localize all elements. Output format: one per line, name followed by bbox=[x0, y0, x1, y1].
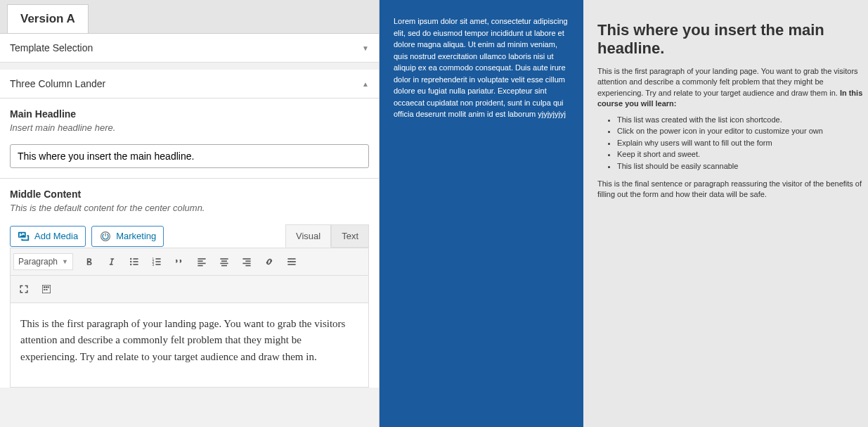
svg-rect-31 bbox=[48, 286, 49, 288]
power-icon bbox=[99, 230, 112, 243]
preview-list: This list was created with the list icon… bbox=[617, 114, 868, 172]
svg-rect-10 bbox=[155, 258, 160, 260]
editor-toolbar-row2 bbox=[10, 276, 369, 303]
list-item: Explain why users will want to fill out … bbox=[617, 137, 868, 149]
svg-text:3: 3 bbox=[153, 263, 155, 267]
preview-paragraph-2: This is the final sentence or paragraph … bbox=[597, 179, 868, 200]
svg-rect-12 bbox=[155, 264, 160, 265]
svg-rect-25 bbox=[287, 258, 295, 260]
italic-button[interactable] bbox=[101, 251, 122, 272]
svg-point-1 bbox=[130, 258, 131, 260]
svg-rect-14 bbox=[197, 260, 202, 262]
paragraph-select[interactable]: Paragraph ▼ bbox=[13, 253, 73, 270]
middle-content-section: Middle Content This is the default conte… bbox=[0, 179, 379, 388]
text-tab[interactable]: Text bbox=[331, 224, 369, 248]
editor-textarea[interactable]: This is the first paragraph of your land… bbox=[10, 303, 369, 388]
three-column-accordion[interactable]: Three Column Lander ▲ bbox=[0, 70, 379, 98]
svg-rect-17 bbox=[220, 258, 228, 260]
svg-rect-23 bbox=[242, 263, 250, 265]
preview-panel: Lorem ipsum dolor sit amet, consectetur … bbox=[380, 0, 868, 427]
editor-toolbar: Paragraph ▼ 123 bbox=[10, 248, 369, 276]
svg-rect-4 bbox=[133, 258, 138, 260]
caret-down-icon: ▼ bbox=[62, 258, 68, 265]
svg-rect-16 bbox=[197, 265, 202, 267]
toolbar-toggle-button[interactable] bbox=[36, 279, 57, 300]
preview-paragraph-1: This is the first paragraph of your land… bbox=[597, 66, 868, 110]
media-icon bbox=[18, 230, 30, 243]
svg-rect-20 bbox=[221, 265, 227, 267]
headline-section: Main Headline Insert main headline here. bbox=[0, 98, 379, 179]
headline-input[interactable] bbox=[10, 144, 369, 168]
caret-down-icon: ▼ bbox=[362, 44, 369, 52]
svg-rect-32 bbox=[44, 289, 45, 291]
svg-rect-30 bbox=[46, 286, 47, 288]
svg-rect-19 bbox=[220, 263, 228, 265]
list-item: This list should be easily scannable bbox=[617, 160, 868, 172]
list-item: Click on the power icon in your editor t… bbox=[617, 125, 868, 137]
add-media-button[interactable]: Add Media bbox=[10, 226, 86, 247]
bullet-list-button[interactable] bbox=[124, 251, 145, 272]
numbered-list-button[interactable]: 123 bbox=[146, 251, 167, 272]
align-left-button[interactable] bbox=[191, 251, 212, 272]
middle-content-help: This is the default content for the cent… bbox=[10, 203, 369, 213]
svg-rect-26 bbox=[287, 261, 295, 262]
version-a-tab[interactable]: Version A bbox=[7, 4, 89, 33]
preview-left-column: Lorem ipsum dolor sit amet, consectetur … bbox=[380, 0, 583, 427]
marketing-button[interactable]: Marketing bbox=[91, 226, 164, 247]
learn-emphasis: In this course you will learn: bbox=[597, 89, 862, 108]
svg-rect-24 bbox=[245, 265, 250, 267]
align-center-button[interactable] bbox=[214, 251, 235, 272]
align-right-button[interactable] bbox=[236, 251, 257, 272]
svg-rect-6 bbox=[133, 264, 138, 265]
svg-point-3 bbox=[130, 264, 131, 265]
bold-button[interactable] bbox=[79, 251, 100, 272]
svg-rect-33 bbox=[46, 289, 47, 291]
accordion-label: Template Selection bbox=[10, 42, 93, 53]
svg-rect-29 bbox=[44, 286, 45, 288]
list-item: Keep it short and sweet. bbox=[617, 148, 868, 160]
paragraph-select-label: Paragraph bbox=[18, 257, 58, 267]
editor-mode-tabs: Visual Text bbox=[285, 224, 369, 248]
version-tab-bar: Version A bbox=[0, 0, 379, 34]
blockquote-button[interactable] bbox=[169, 251, 190, 272]
visual-tab[interactable]: Visual bbox=[285, 224, 331, 248]
editor-button-row: Add Media Marketing Visual Text bbox=[10, 224, 369, 248]
fullscreen-button[interactable] bbox=[13, 279, 34, 300]
preview-right-column: This where you insert the main headline.… bbox=[583, 0, 868, 427]
link-button[interactable] bbox=[259, 251, 280, 272]
marketing-label: Marketing bbox=[116, 231, 156, 241]
middle-content-label: Middle Content bbox=[10, 189, 369, 200]
headline-label: Main Headline bbox=[10, 108, 369, 120]
template-selection-accordion[interactable]: Template Selection ▼ bbox=[0, 34, 379, 63]
caret-up-icon: ▲ bbox=[362, 80, 369, 88]
svg-point-2 bbox=[130, 261, 131, 262]
svg-rect-5 bbox=[133, 261, 138, 262]
list-item: This list was created with the list icon… bbox=[617, 114, 868, 126]
svg-rect-11 bbox=[155, 261, 160, 262]
editor-panel: Version A Template Selection ▼ Three Col… bbox=[0, 0, 380, 427]
add-media-label: Add Media bbox=[34, 231, 78, 241]
preview-headline: This where you insert the main headline. bbox=[597, 21, 868, 58]
read-more-button[interactable] bbox=[281, 251, 302, 272]
svg-rect-13 bbox=[197, 258, 205, 260]
lorem-text: Lorem ipsum dolor sit amet, consectetur … bbox=[394, 15, 569, 120]
svg-rect-21 bbox=[242, 258, 250, 260]
headline-help: Insert main headline here. bbox=[10, 122, 369, 133]
svg-rect-18 bbox=[221, 260, 227, 262]
svg-rect-22 bbox=[245, 260, 250, 262]
svg-rect-15 bbox=[197, 263, 205, 265]
svg-rect-27 bbox=[287, 264, 295, 265]
accordion-label: Three Column Lander bbox=[10, 78, 105, 89]
